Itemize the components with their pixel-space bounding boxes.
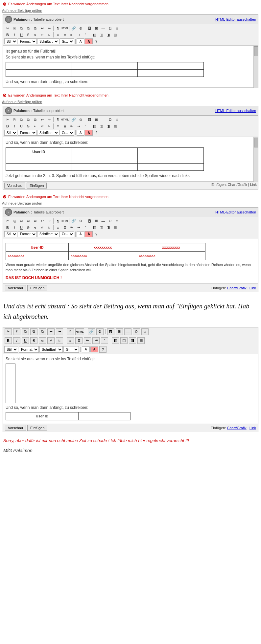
sup-btn-3[interactable]: x² — [39, 225, 45, 231]
para-btn-1[interactable]: ¶ — [55, 25, 61, 31]
font-color-btn-2[interactable]: A — [77, 130, 84, 136]
undo-btn-1[interactable]: ↩ — [39, 25, 45, 31]
mono-btn-2[interactable]: Iₓ — [46, 123, 52, 129]
paste3-btn-3[interactable]: ⧉ — [32, 218, 38, 224]
image-btn-1[interactable]: 🖼 — [86, 25, 93, 31]
indent-btn-2[interactable]: ⇥ — [75, 123, 82, 129]
underline-btn-3[interactable]: U — [18, 225, 25, 231]
link-btn-2[interactable]: 🔗 — [70, 117, 77, 122]
indent-btn-1[interactable]: ⇥ — [75, 32, 82, 38]
paste-btn-2[interactable]: ⧉ — [18, 117, 25, 122]
big-paste1[interactable]: ⧉ — [22, 328, 29, 335]
bg-color-btn-1[interactable]: A — [85, 38, 93, 44]
smiley-btn-1[interactable]: ☺ — [114, 25, 120, 31]
big-sub[interactable]: x₂ — [39, 337, 46, 344]
size-select-3[interactable]: Gr... — [59, 231, 74, 237]
sup-btn-1[interactable]: x² — [39, 32, 45, 38]
ulist-btn-1[interactable]: ≡ — [55, 32, 61, 38]
scrollbar-1[interactable] — [253, 46, 258, 88]
html-toggle-1[interactable]: HTML-Editor ausschalten — [215, 17, 256, 21]
align-r-btn-1[interactable]: ◨ — [105, 32, 111, 38]
big-underline[interactable]: U — [22, 337, 29, 344]
align-c-btn-2[interactable]: ◫ — [98, 123, 105, 129]
mono-btn-1[interactable]: Iₓ — [46, 32, 52, 38]
size-select-2[interactable]: Gr... — [59, 130, 74, 136]
indent-btn-3[interactable]: ⇥ — [75, 225, 82, 231]
ulist-btn-3[interactable]: ≡ — [55, 225, 61, 231]
font-color-btn-1[interactable]: A — [77, 38, 84, 44]
bold-btn-1[interactable]: B — [4, 32, 11, 38]
big-smiley[interactable]: ☺ — [141, 328, 149, 335]
big-align-l[interactable]: ◧ — [112, 337, 119, 344]
format-select-3[interactable]: Format — [18, 231, 37, 237]
font-select-2[interactable]: Schriftart — [37, 130, 59, 136]
ulist-btn-2[interactable]: ≡ — [55, 123, 61, 129]
big-link[interactable]: 🔗 — [88, 328, 95, 335]
insert-btn-3[interactable]: Einfügen — [27, 285, 47, 291]
big-bg-color[interactable]: A — [90, 346, 98, 352]
image-btn-2[interactable]: 🖼 — [86, 117, 93, 122]
big-align-r[interactable]: ◨ — [129, 337, 136, 344]
big-style-select[interactable]: Stil — [4, 346, 18, 353]
justify-btn-3[interactable]: ▤ — [112, 225, 118, 231]
scrollbar-thumb-1[interactable] — [254, 46, 258, 56]
bg-color-btn-3[interactable]: A — [85, 231, 93, 237]
big-hline[interactable]: — — [124, 328, 131, 335]
copy-btn-1[interactable]: ⎘ — [11, 25, 18, 31]
check-link-2[interactable]: Auf neue Beiträge prüfen — [2, 100, 42, 104]
help-btn-2[interactable]: ? — [93, 130, 100, 136]
big-bold[interactable]: B — [5, 337, 12, 344]
bold-btn-2[interactable]: B — [4, 123, 11, 129]
redo-btn-3[interactable]: ↪ — [46, 218, 52, 224]
big-undo[interactable]: ↩ — [47, 328, 55, 335]
big-indent[interactable]: ⇥ — [92, 337, 100, 344]
insert-chart-2[interactable]: Chart/Grafik — [228, 183, 247, 187]
align-c-btn-1[interactable]: ◫ — [98, 32, 105, 38]
html-btn-2[interactable]: HTML — [61, 117, 68, 122]
check-link-1[interactable]: Auf neue Beiträge prüfen — [2, 9, 42, 12]
insert-link-link-3[interactable]: Link — [249, 286, 256, 290]
align-r-btn-3[interactable]: ◨ — [105, 225, 111, 231]
italic-btn-2[interactable]: I — [11, 123, 18, 129]
hline-btn-1[interactable]: — — [100, 25, 107, 31]
unlink-btn-1[interactable]: ⊘ — [77, 25, 84, 31]
big-help[interactable]: ? — [99, 346, 107, 353]
hline-btn-2[interactable]: — — [100, 117, 107, 122]
outdent-btn-1[interactable]: ⇤ — [68, 32, 75, 38]
table-btn-1[interactable]: ⊞ — [93, 25, 100, 31]
style-select-3[interactable]: Stil — [4, 231, 17, 237]
big-insert-btn[interactable]: Einfügen — [27, 425, 47, 431]
olist-btn-1[interactable]: ≣ — [61, 32, 68, 38]
big-mono[interactable]: Iₓ — [56, 337, 63, 344]
format-select-2[interactable]: Format — [18, 130, 37, 136]
big-ulist[interactable]: ≡ — [67, 337, 74, 344]
paste3-btn-1[interactable]: ⧉ — [32, 25, 38, 31]
big-sup[interactable]: x² — [47, 337, 55, 344]
html-btn-3[interactable]: HTML — [61, 218, 68, 224]
unlink-btn-3[interactable]: ⊘ — [77, 218, 84, 224]
italic-btn-3[interactable]: I — [11, 225, 18, 231]
omega-btn-2[interactable]: Ω — [107, 117, 113, 122]
paste2-btn-3[interactable]: ⧉ — [25, 218, 32, 224]
strike-btn-1[interactable]: S — [25, 32, 32, 38]
big-align-c[interactable]: ◫ — [120, 337, 128, 344]
hline-btn-3[interactable]: — — [100, 218, 107, 224]
underline-btn-2[interactable]: U — [18, 123, 25, 129]
mono-btn-3[interactable]: Iₓ — [46, 225, 52, 231]
big-preview-btn[interactable]: Vorschau — [5, 425, 26, 431]
insert-link-2[interactable]: Link — [250, 183, 257, 187]
align-r-btn-2[interactable]: ◨ — [105, 123, 111, 129]
justify-btn-1[interactable]: ▤ — [112, 32, 118, 38]
italic-btn-1[interactable]: I — [11, 32, 18, 38]
big-omega[interactable]: Ω — [133, 328, 140, 335]
align-l-btn-1[interactable]: ◧ — [91, 32, 98, 38]
check-link-3[interactable]: Auf neue Beiträge prüfen — [2, 201, 42, 205]
quote-btn-3[interactable]: " — [82, 225, 89, 231]
size-select-1[interactable]: Gr... — [59, 38, 74, 44]
bold-btn-3[interactable]: B — [4, 225, 11, 231]
big-strike[interactable]: S — [30, 337, 37, 344]
link-btn-3[interactable]: 🔗 — [70, 218, 77, 224]
redo-btn-1[interactable]: ↪ — [46, 25, 52, 31]
big-table[interactable]: ⊞ — [116, 328, 123, 335]
underline-btn-1[interactable]: U — [18, 32, 25, 38]
